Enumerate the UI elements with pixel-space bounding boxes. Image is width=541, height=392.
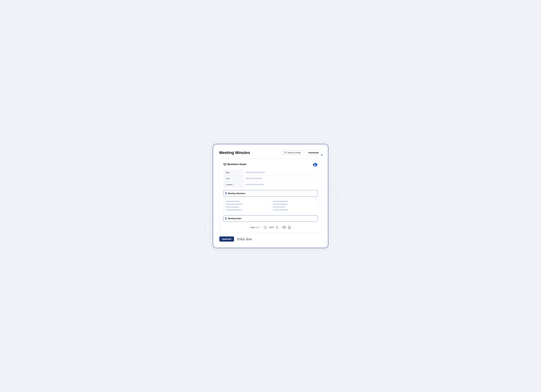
- toolbar-email-button[interactable]: [283, 226, 286, 229]
- signature: John doe: [237, 237, 252, 241]
- attendee-skeleton: [226, 206, 239, 208]
- header-actions: Send via email Download ↖: [281, 150, 322, 155]
- zoom-level: 100%: [269, 226, 274, 228]
- send-email-button[interactable]: Send via email: [281, 150, 304, 155]
- date-label: Date: [224, 170, 243, 175]
- cursor-icon: ↖: [321, 153, 323, 157]
- location-skeleton: [245, 184, 264, 185]
- attendees-grid: [223, 199, 318, 213]
- attendee-skeleton: [226, 204, 243, 205]
- decor-left: [205, 220, 221, 237]
- date-value: [243, 170, 318, 175]
- location-label: Location: [224, 181, 243, 188]
- approval-button[interactable]: Approval: [219, 236, 234, 242]
- attendee-col-left: [224, 199, 270, 212]
- doc-toolbar: Page 1 / 2 — 100% +: [223, 224, 318, 230]
- document-card: Q1 Business Goals Date Time: [219, 159, 322, 233]
- table-row: Location: [224, 181, 318, 188]
- attendee-skeleton: [273, 209, 288, 211]
- zoom-out-button[interactable]: —: [264, 226, 266, 229]
- section-bar-icon: [226, 217, 226, 220]
- table-row: Time: [224, 175, 318, 181]
- zoom-in-button[interactable]: +: [276, 226, 278, 229]
- doc-title: Q1 Business Goals: [223, 163, 246, 166]
- time-skeleton: [245, 178, 262, 179]
- outer-card: Meeting Minutes Send via email Download …: [213, 144, 328, 248]
- decor-right: [315, 188, 338, 205]
- toolbar-download-button[interactable]: [288, 226, 291, 229]
- notes-section-header: Meeting Notes: [223, 215, 318, 222]
- attendees-section-label: Meeting Attendees: [228, 192, 245, 195]
- toolbar-email-icon: [283, 226, 286, 228]
- section-bar-icon: [226, 192, 226, 195]
- page-indicator: Page 1 / 2: [250, 226, 259, 228]
- time-value: [243, 175, 318, 181]
- brand-logo: [313, 163, 318, 167]
- footer-row: Approval John doe: [219, 236, 322, 242]
- location-value: [243, 181, 318, 188]
- attendee-skeleton: [273, 204, 287, 205]
- table-row: Date: [224, 170, 318, 175]
- toolbar-divider: [261, 226, 262, 229]
- toolbar-download-icon: [288, 226, 291, 229]
- attendee-skeleton: [273, 206, 286, 208]
- attendees-section-header: Meeting Attendees: [223, 190, 318, 197]
- attendee-skeleton: [226, 201, 240, 202]
- email-icon: [284, 152, 286, 154]
- header-row: Meeting Minutes Send via email Download …: [219, 150, 322, 155]
- attendee-skeleton: [273, 201, 288, 202]
- download-button[interactable]: Download ↖: [305, 150, 322, 155]
- svg-marker-2: [314, 163, 318, 167]
- time-label: Time: [224, 175, 243, 181]
- attendee-col-right: [270, 199, 317, 212]
- brand-logo-icon: [313, 163, 318, 167]
- info-table: Date Time Location: [223, 169, 318, 188]
- page-title: Meeting Minutes: [219, 150, 250, 155]
- notes-section-label: Meeting Notes: [228, 217, 241, 220]
- attendee-skeleton: [226, 209, 242, 211]
- doc-header: Q1 Business Goals: [223, 163, 318, 167]
- date-skeleton: [245, 172, 265, 173]
